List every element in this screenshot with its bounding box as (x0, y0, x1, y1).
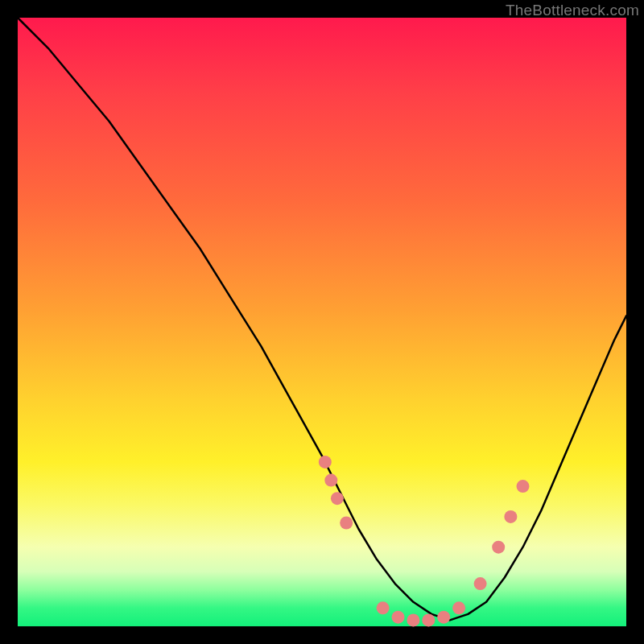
data-marker (517, 480, 530, 493)
data-markers (319, 456, 530, 627)
bottleneck-curve (18, 18, 626, 620)
data-marker (340, 517, 353, 530)
data-marker (324, 474, 337, 487)
chart-svg (18, 18, 626, 626)
data-marker (422, 613, 435, 626)
data-marker (319, 456, 332, 469)
watermark-text: TheBottleneck.com (506, 2, 639, 19)
data-marker (377, 601, 390, 614)
data-marker (504, 510, 517, 523)
data-marker (492, 541, 505, 554)
data-marker (437, 611, 450, 624)
chart-frame: TheBottleneck.com (0, 0, 644, 644)
plot-area (18, 18, 626, 626)
data-marker (474, 577, 487, 590)
data-marker (392, 611, 405, 624)
data-marker (331, 492, 344, 505)
data-marker (407, 613, 419, 626)
data-marker (452, 601, 465, 614)
